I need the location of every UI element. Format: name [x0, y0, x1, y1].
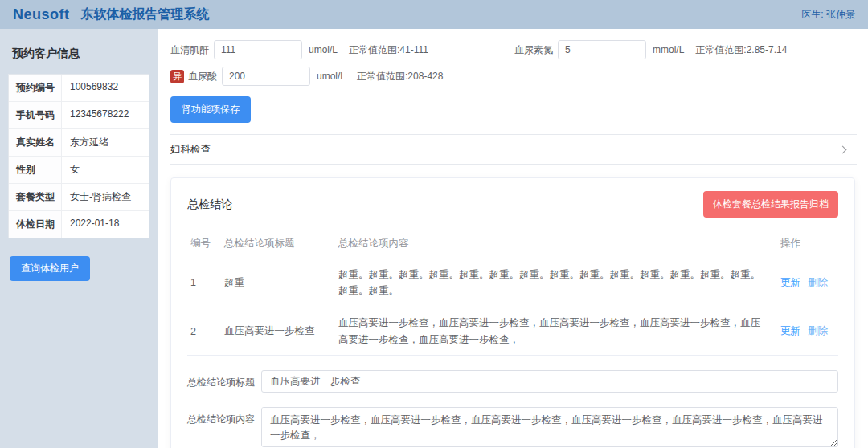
conclusion-table: 编号 总检结论项标题 总检结论项内容 操作 1 超重 超重。超重。超重。超重。超… — [187, 229, 838, 356]
row-content: 超重。超重。超重。超重。超重。超重。超重。超重。超重。超重。超重。超重。超重。超… — [338, 267, 780, 299]
main-content: 血清肌酐 umol/L 正常值范围:41-111 血尿素氮 mmol/L 正常值… — [158, 29, 868, 448]
conclusion-table-header-row: 编号 总检结论项标题 总检结论项内容 操作 — [187, 229, 838, 259]
info-label: 真实姓名 — [9, 129, 62, 156]
table-row: 1 超重 超重。超重。超重。超重。超重。超重。超重。超重。超重。超重。超重。超重… — [187, 259, 838, 307]
conclusion-title-label: 总检结论项标题 — [187, 370, 261, 393]
lab-label: 血清肌酐 — [170, 43, 209, 57]
col-header-no: 编号 — [187, 237, 224, 250]
lab-unit: umol/L — [317, 71, 346, 82]
row-actions: 更新删除 — [780, 324, 838, 338]
info-value: 女士-肾病检查 — [62, 184, 149, 210]
update-link[interactable]: 更新 — [780, 277, 800, 288]
sidebar: 预约客户信息 预约编号 100569832 手机号码 12345678222 真… — [0, 29, 158, 448]
abnormal-badge-icon: 异 — [170, 70, 184, 83]
row-title: 超重 — [224, 276, 338, 290]
info-label: 体检日期 — [9, 211, 62, 238]
col-header-ops: 操作 — [780, 237, 838, 250]
lab-unit: umol/L — [309, 44, 338, 55]
lab-normal-range: 正常值范围:41-111 — [349, 43, 428, 57]
lab-label: 血尿素氮 — [514, 43, 553, 57]
info-label: 套餐类型 — [9, 184, 62, 210]
delete-link[interactable]: 删除 — [808, 325, 828, 336]
query-exam-user-button[interactable]: 查询体检用户 — [10, 256, 90, 281]
table-row: 2 血压高要进一步检查 血压高要进一步检查，血压高要进一步检查，血压高要进一步检… — [187, 307, 838, 356]
neusoft-logo: Neusoft — [13, 6, 70, 23]
conclusion-title: 总检结论 — [187, 198, 232, 212]
conclusion-content-textarea[interactable]: 血压高要进一步检查，血压高要进一步检查，血压高要进一步检查，血压高要进一步检查，… — [261, 407, 838, 447]
lab-normal-range: 正常值范围:208-428 — [357, 70, 443, 83]
customer-info-table: 预约编号 100569832 手机号码 12345678222 真实姓名 东方延… — [8, 74, 149, 238]
blood-urea-nitrogen-input[interactable] — [558, 40, 646, 59]
info-value: 100569832 — [62, 75, 149, 101]
row-actions: 更新删除 — [780, 276, 838, 290]
delete-link[interactable]: 删除 — [808, 277, 828, 288]
sidebar-title: 预约客户信息 — [12, 47, 149, 61]
info-row-gender: 性别 女 — [9, 157, 149, 184]
collapse-panel-label: 妇科检查 — [170, 143, 211, 157]
info-value: 2022-01-18 — [62, 211, 149, 238]
row-title: 血压高要进一步检查 — [224, 324, 338, 338]
row-content: 血压高要进一步检查，血压高要进一步检查，血压高要进一步检查，血压高要进一步检查，… — [338, 315, 780, 348]
conclusion-title-input[interactable] — [261, 370, 838, 393]
col-header-content: 总检结论项内容 — [338, 235, 780, 252]
col-header-title: 总检结论项标题 — [224, 237, 338, 250]
info-label: 性别 — [9, 157, 62, 183]
lab-unit: mmol/L — [653, 44, 684, 55]
info-value: 女 — [62, 157, 149, 183]
archive-report-button[interactable]: 体检套餐总检结果报告归档 — [703, 191, 838, 218]
lab-label: 血尿酸 — [188, 70, 217, 83]
save-kidney-function-button[interactable]: 肾功能项保存 — [170, 96, 251, 123]
row-no: 2 — [187, 326, 224, 337]
blood-uric-acid-input[interactable] — [222, 67, 310, 86]
info-row-exam-date: 体检日期 2022-01-18 — [9, 211, 149, 238]
kidney-function-section: 血清肌酐 umol/L 正常值范围:41-111 血尿素氮 mmol/L 正常值… — [170, 40, 857, 134]
app-header: Neusoft 东软体检报告管理系统 医生: 张仲景 — [0, 0, 868, 29]
serum-creatinine-input[interactable] — [214, 40, 302, 59]
info-row-phone: 手机号码 12345678222 — [9, 102, 149, 129]
lab-item-serum-creatinine: 血清肌酐 umol/L 正常值范围:41-111 — [170, 40, 514, 59]
conclusion-card: 总检结论 体检套餐总检结果报告归档 编号 总检结论项标题 总检结论项内容 操作 … — [170, 177, 855, 448]
info-value: 东方延绪 — [62, 129, 149, 156]
lab-item-blood-urea-nitrogen: 血尿素氮 mmol/L 正常值范围:2.85-7.14 — [514, 40, 787, 59]
doctor-name-label: 医生: 张仲景 — [801, 8, 855, 22]
chevron-right-icon — [839, 145, 847, 153]
info-value: 12345678222 — [62, 102, 149, 128]
conclusion-card-header: 总检结论 体检套餐总检结果报告归档 — [187, 191, 838, 218]
info-row-package-type: 套餐类型 女士-肾病检查 — [9, 184, 149, 211]
conclusion-content-label: 总检结论项内容 — [187, 407, 261, 447]
update-link[interactable]: 更新 — [780, 325, 800, 336]
lab-normal-range: 正常值范围:2.85-7.14 — [695, 43, 787, 57]
row-no: 1 — [187, 277, 224, 288]
app-title: 东软体检报告管理系统 — [81, 6, 210, 23]
collapse-panel-gynecology[interactable]: 妇科检查 — [170, 134, 857, 165]
info-row-real-name: 真实姓名 东方延绪 — [9, 129, 149, 157]
info-row-booking-no: 预约编号 100569832 — [9, 75, 149, 102]
conclusion-content-form-row: 总检结论项内容 血压高要进一步检查，血压高要进一步检查，血压高要进一步检查，血压… — [187, 407, 838, 447]
conclusion-title-form-row: 总检结论项标题 — [187, 370, 838, 393]
lab-item-blood-uric-acid: 异 血尿酸 umol/L 正常值范围:208-428 — [170, 67, 443, 86]
info-label: 手机号码 — [9, 102, 62, 128]
info-label: 预约编号 — [9, 75, 62, 101]
